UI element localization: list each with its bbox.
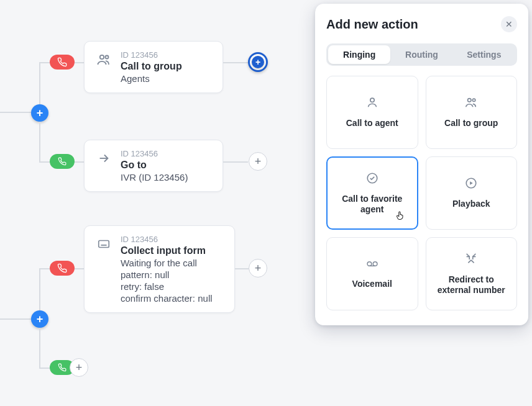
svg-point-9 — [373, 262, 377, 266]
node-title: Collect input form — [121, 245, 213, 256]
action-voicemail[interactable]: Voicemail — [326, 237, 418, 310]
hangup-icon — [50, 261, 75, 276]
play-icon — [464, 176, 478, 192]
agent-icon — [365, 96, 379, 112]
svg-point-0 — [100, 55, 104, 59]
voicemail-icon — [364, 258, 380, 273]
redirect-icon — [464, 252, 478, 268]
close-button[interactable]: ✕ — [501, 16, 517, 32]
arrow-right-icon — [96, 150, 112, 166]
svg-point-4 — [468, 99, 472, 102]
panel-tabs: Ringing Routing Settings — [326, 43, 517, 66]
node-line: confirm character: null — [121, 293, 213, 304]
flow-node-go-to[interactable]: ID 123456 Go to IVR (ID 123456) — [84, 140, 223, 192]
action-label: Voicemail — [352, 279, 392, 290]
plus-icon: + — [252, 56, 264, 68]
hangup-icon — [50, 55, 75, 70]
node-title: Go to — [121, 160, 188, 171]
plus-icon: + — [255, 262, 262, 275]
plus-icon: + — [255, 155, 262, 168]
tab-ringing[interactable]: Ringing — [328, 45, 390, 64]
favorite-check-icon — [365, 171, 379, 187]
node-line: Waiting for the call — [121, 258, 213, 268]
node-id: ID 123456 — [121, 50, 182, 60]
action-playback[interactable]: Playback — [426, 156, 518, 230]
svg-point-5 — [473, 99, 475, 101]
cursor-hand-icon — [395, 210, 406, 223]
action-call-to-agent[interactable]: Call to agent — [326, 76, 418, 149]
action-label: Playback — [452, 199, 490, 210]
action-call-to-favorite-agent[interactable]: Call to favorite agent — [326, 156, 418, 230]
action-label: Call to group — [444, 118, 498, 129]
action-label: Redirect to external number — [434, 274, 510, 296]
node-sub: Agents — [121, 73, 182, 84]
node-id: ID 123456 — [121, 235, 213, 244]
node-id: ID 123456 — [121, 149, 188, 158]
tab-settings[interactable]: Settings — [453, 45, 515, 64]
flow-joiner[interactable]: + — [31, 104, 48, 122]
node-line: retry: false — [121, 281, 213, 292]
svg-point-8 — [367, 262, 372, 266]
call-icon — [50, 154, 75, 169]
node-line: pattern: null — [121, 269, 213, 280]
action-call-to-group[interactable]: Call to group — [426, 76, 518, 149]
group-icon — [96, 52, 112, 68]
tab-routing[interactable]: Routing — [390, 45, 452, 64]
svg-point-1 — [106, 56, 109, 59]
keyboard-icon — [96, 236, 112, 252]
action-grid: Call to agent Call to group Call to favo… — [326, 76, 517, 310]
flow-node-call-to-group[interactable]: ID 123456 Call to group Agents — [84, 41, 223, 93]
add-action-panel: Add new action ✕ Ringing Routing Setting… — [315, 4, 528, 325]
close-icon: ✕ — [505, 19, 513, 29]
add-node-button-primary[interactable]: + — [248, 52, 268, 72]
plus-icon: + — [76, 361, 83, 374]
svg-rect-2 — [99, 241, 109, 248]
action-label: Call to agent — [346, 118, 398, 129]
action-redirect-external[interactable]: Redirect to external number — [426, 237, 518, 310]
add-node-button[interactable]: + — [70, 358, 88, 377]
flow-joiner[interactable]: + — [31, 310, 48, 328]
group-icon — [464, 96, 479, 112]
node-title: Call to group — [121, 61, 182, 72]
add-node-button[interactable]: + — [249, 152, 267, 171]
node-sub: IVR (ID 123456) — [121, 172, 188, 183]
flow-node-collect-input[interactable]: ID 123456 Collect input form Waiting for… — [84, 225, 235, 313]
svg-point-3 — [370, 98, 374, 102]
add-node-button[interactable]: + — [249, 259, 267, 277]
panel-title: Add new action — [326, 17, 418, 32]
